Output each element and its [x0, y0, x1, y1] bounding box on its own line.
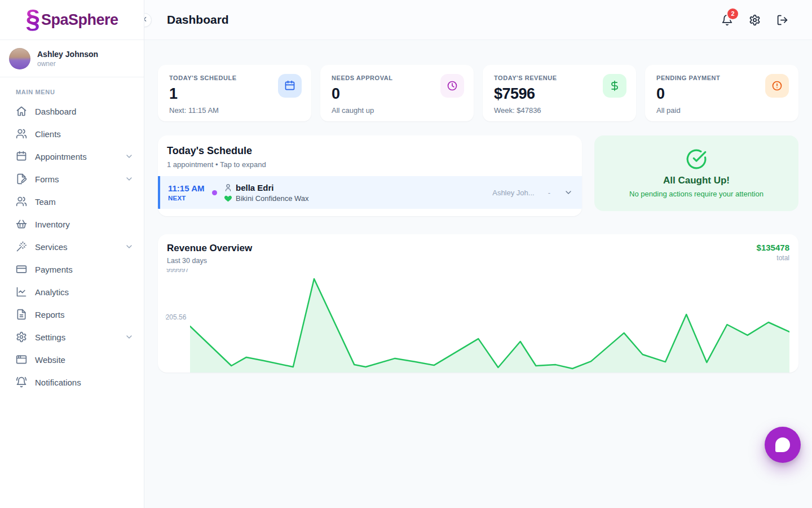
stat-subtext: Next: 11:15 AM — [169, 106, 300, 115]
mid-row: Today's Schedule 1 appointment • Tap to … — [158, 135, 798, 216]
sidebar-item-payments[interactable]: Payments — [0, 258, 144, 281]
sidebar-item-appointments[interactable]: Appointments — [0, 145, 144, 168]
sidebar-item-label: Analytics — [35, 287, 69, 297]
caught-up-title: All Caught Up! — [663, 175, 730, 186]
appointment-next-badge: NEXT — [168, 195, 208, 202]
stat-card[interactable]: TODAY'S SCHEDULE 1 Next: 11:15 AM — [158, 65, 311, 121]
todays-schedule-card: Today's Schedule 1 appointment • Tap to … — [158, 135, 582, 216]
all-caught-up-card: All Caught Up! No pending actions requir… — [594, 135, 798, 211]
calendar-icon — [278, 74, 302, 98]
wand-icon — [16, 241, 27, 252]
stat-subtext: All paid — [656, 106, 787, 115]
header-actions: 2 — [721, 14, 788, 26]
staff-name: Ashley Joh... — [492, 189, 534, 197]
bell-ring-icon — [16, 376, 27, 388]
sidebar-item-clients[interactable]: Clients — [0, 122, 144, 145]
appointment-time: 11:15 AM — [168, 183, 208, 193]
sidebar-nav: Dashboard Clients Appointments Forms Tea… — [0, 100, 144, 393]
calendar-icon — [16, 151, 27, 162]
sidebar-item-dashboard[interactable]: Dashboard — [0, 100, 144, 122]
stats-row: TODAY'S SCHEDULE 1 Next: 11:15 AM NEEDS … — [158, 65, 798, 121]
app-window-icon — [16, 354, 27, 365]
revenue-title: Revenue Overview — [167, 243, 252, 254]
person-icon — [224, 183, 232, 192]
green-heart-icon — [224, 194, 232, 203]
sidebar-item-label: Forms — [35, 174, 59, 184]
sidebar-item-analytics[interactable]: Analytics — [0, 281, 144, 303]
sidebar-item-team[interactable]: Team — [0, 190, 144, 213]
users-icon — [16, 128, 27, 139]
y-axis-label-mid: 9205.56 — [165, 313, 186, 321]
basket-icon — [16, 218, 27, 230]
client-name: bella Edri — [236, 183, 274, 192]
alert-circle-icon — [765, 74, 789, 98]
appointment-time-column: 11:15 AM NEXT — [168, 183, 208, 202]
settings-button[interactable] — [749, 14, 761, 26]
sidebar-item-notifications[interactable]: Notifications — [0, 371, 144, 393]
service-name: Bikini Confidence Wax — [236, 194, 309, 203]
appointment-dash: - — [548, 189, 550, 197]
notification-badge: 2 — [727, 8, 738, 19]
stat-card[interactable]: NEEDS APPROVAL 0 All caught up — [320, 65, 474, 121]
sidebar-item-settings[interactable]: Settings — [0, 326, 144, 348]
chevron-down-icon — [125, 152, 134, 161]
logout-icon — [776, 18, 788, 28]
avatar — [9, 48, 30, 69]
status-dot — [212, 190, 217, 195]
home-icon — [16, 106, 27, 117]
sidebar-item-label: Website — [35, 355, 65, 365]
app-root: § SpaSphere Ashley Johnson owner MAIN ME… — [0, 0, 812, 508]
sidebar-item-label: Dashboard — [35, 107, 76, 116]
sidebar-item-label: Services — [35, 242, 68, 252]
chevron-down-icon — [125, 242, 134, 251]
file-pen-icon — [16, 173, 27, 185]
chart-line-icon — [16, 286, 27, 297]
file-text-icon — [16, 309, 27, 320]
chevron-down-icon — [125, 332, 134, 341]
user-role: owner — [37, 60, 98, 68]
sidebar-item-label: Team — [35, 197, 56, 207]
clock-icon — [440, 74, 464, 98]
brand-name: SpaSphere — [41, 11, 118, 29]
stat-card[interactable]: PENDING PAYMENT 0 All paid — [645, 65, 798, 121]
schedule-title: Today's Schedule — [167, 145, 573, 157]
sidebar-item-label: Inventory — [35, 220, 70, 229]
dollar-icon — [603, 74, 626, 98]
revenue-total-label: total — [757, 254, 789, 262]
sidebar: § SpaSphere Ashley Johnson owner MAIN ME… — [0, 0, 144, 508]
revenue-total: $135478 — [757, 243, 789, 252]
main-content: TODAY'S SCHEDULE 1 Next: 11:15 AM NEEDS … — [144, 40, 812, 508]
appointment-right: Ashley Joh... - — [492, 188, 573, 197]
sidebar-item-label: Appointments — [35, 152, 87, 161]
sidebar-item-website[interactable]: Website — [0, 348, 144, 371]
chevron-down-icon[interactable] — [564, 188, 573, 197]
sidebar-item-label: Notifications — [35, 378, 81, 387]
stat-card[interactable]: TODAY'S REVENUE $7596 Week: $47836 — [483, 65, 636, 121]
chevron-down-icon — [125, 174, 134, 183]
stat-subtext: Week: $47836 — [494, 106, 625, 115]
header: Dashboard 2 — [144, 0, 812, 40]
page-title: Dashboard — [167, 13, 229, 27]
sidebar-item-label: Clients — [35, 129, 61, 139]
notifications-button[interactable]: 2 — [721, 14, 733, 26]
sidebar-section-label: MAIN MENU — [16, 89, 144, 95]
sidebar-item-forms[interactable]: Forms — [0, 168, 144, 190]
caught-up-subtitle: No pending actions require your attentio… — [629, 190, 764, 198]
schedule-header: Today's Schedule 1 appointment • Tap to … — [158, 135, 582, 169]
revenue-chart: 999997 9205.56 — [165, 269, 789, 373]
chat-bubble-icon — [775, 437, 790, 452]
revenue-chart-area — [190, 279, 789, 373]
brand: § SpaSphere — [0, 0, 144, 40]
chat-fab-button[interactable] — [765, 427, 801, 463]
appointment-row[interactable]: 11:15 AM NEXT bella Edri Bikini Confiden… — [158, 176, 582, 209]
sidebar-item-services[interactable]: Services — [0, 235, 144, 258]
user-name: Ashley Johnson — [37, 50, 98, 59]
sidebar-item-inventory[interactable]: Inventory — [0, 213, 144, 235]
user-profile[interactable]: Ashley Johnson owner — [0, 40, 144, 77]
brand-logo-icon: § — [25, 6, 40, 32]
gear-icon — [16, 331, 27, 343]
sidebar-item-reports[interactable]: Reports — [0, 303, 144, 326]
logout-button[interactable] — [776, 14, 788, 26]
y-axis-label-top: 999997 — [166, 269, 189, 274]
revenue-overview-card: Revenue Overview Last 30 days $135478 to… — [158, 234, 798, 373]
